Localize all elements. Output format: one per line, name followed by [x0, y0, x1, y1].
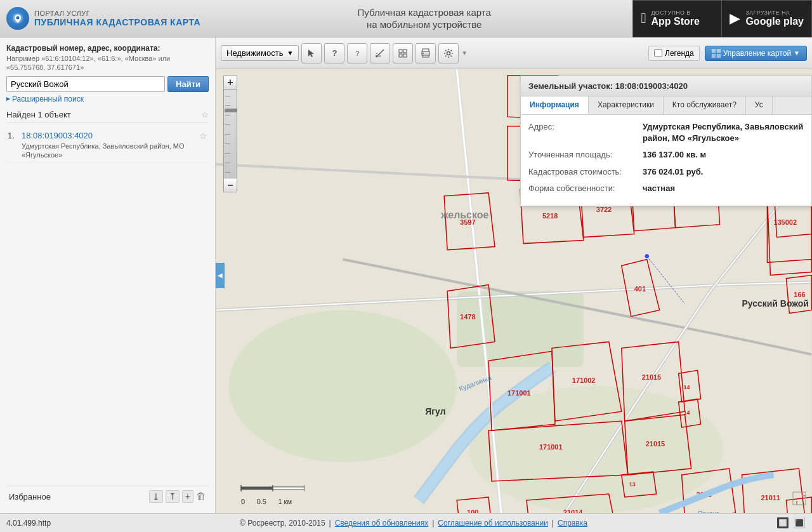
left-collapse-button[interactable]: ◀ [216, 263, 225, 288]
svg-text:21014: 21014 [563, 509, 583, 513]
svg-text:жельское: жельское [440, 209, 488, 220]
svg-text:14: 14 [684, 384, 690, 390]
legend-checkbox[interactable] [654, 49, 662, 57]
cost-label: Кадастровая стоимость: [528, 166, 643, 178]
settings-tool[interactable] [438, 43, 459, 63]
svg-text:401: 401 [634, 285, 646, 293]
search-row: Найти [6, 76, 209, 92]
favorites-export-icon[interactable]: ⤒ [166, 490, 180, 503]
appstore-text: Доступно в App Store [651, 10, 699, 27]
svg-text:21015: 21015 [646, 440, 665, 448]
help-link[interactable]: Справка [558, 519, 587, 528]
bottom-center: © Росреестр, 2010-2015 | Сведения об обн… [57, 519, 770, 528]
search-input[interactable] [6, 76, 165, 92]
popup-content: Адрес: Удмуртская Республика, Завьяловск… [521, 115, 811, 206]
result-address: Удмуртская Республика, Завьяловский райо… [22, 142, 195, 160]
map-corner-control[interactable] [792, 491, 807, 508]
svg-text:21015: 21015 [642, 373, 662, 381]
layer-dropdown[interactable]: Недвижимость ▼ [221, 45, 299, 61]
grid-tool[interactable] [393, 43, 413, 63]
advanced-search-link[interactable]: Расширенный поиск [6, 95, 209, 103]
tab-service[interactable]: Кто обслуживает? [664, 96, 746, 114]
svg-point-1 [16, 17, 20, 20]
svg-rect-18 [712, 54, 716, 58]
map-area[interactable]: Недвижимость ▼ ? ? [216, 37, 812, 513]
apple-icon:  [641, 10, 646, 27]
zoom-slider[interactable] [223, 90, 237, 178]
scale-labels: 0 0.5 1 км [228, 498, 304, 505]
info-tool-2[interactable]: ? [347, 43, 367, 63]
svg-text:3722: 3722 [596, 206, 612, 213]
zoom-out-button[interactable]: − [223, 178, 237, 192]
bottom-right: 🔲 🔳 [776, 517, 806, 529]
favorites-import-icon[interactable]: ⤓ [149, 490, 163, 503]
svg-point-21 [229, 310, 457, 462]
header-center: Публичная кадастровая карта на мобильном… [216, 6, 632, 31]
logo-bottom: ПУБЛИЧНАЯ КАДАСТРОВАЯ КАРТА [34, 17, 200, 27]
result-item[interactable]: 1. 18:08:019003:4020 Удмуртская Республи… [6, 128, 209, 163]
googleplay-badge[interactable]: ▶ Загрузите на Google play [721, 0, 812, 37]
legend-button[interactable]: Легенда [648, 46, 700, 61]
logo-text: ПОРТАЛ УСЛУГ ПУБЛИЧНАЯ КАДАСТРОВАЯ КАРТА [34, 10, 200, 27]
manage-map-button[interactable]: Управление картой ▼ [705, 46, 807, 61]
popup-tabs: Информация Характеристики Кто обслуживае… [521, 96, 811, 115]
address-label: Адрес: [528, 121, 643, 144]
social-icon-1[interactable]: 🔲 [776, 517, 789, 529]
agreement-link[interactable]: Соглашение об использовании [438, 519, 548, 528]
tab-extra[interactable]: Ус [746, 96, 773, 114]
copyright-text: © Росреестр, 2010-2015 [240, 519, 325, 528]
svg-rect-9 [399, 54, 402, 57]
tab-information[interactable]: Информация [521, 96, 589, 114]
toolbar-right: Легенда Управление картой ▼ [648, 46, 807, 61]
favorites-add-icon[interactable]: + [182, 490, 193, 503]
collapse-arrow-icon: ◀ [218, 272, 223, 279]
scale-label-half: 0.5 [257, 498, 266, 505]
version-text: 4.01.499.http [6, 519, 51, 528]
svg-text:166: 166 [794, 291, 805, 298]
bookmark-icon[interactable]: ☆ [201, 110, 209, 119]
svg-rect-10 [403, 54, 407, 57]
svg-text:171001: 171001 [508, 389, 531, 397]
favorites-label: Избранное [9, 492, 51, 502]
svg-text:135002: 135002 [773, 218, 797, 226]
svg-text:171001: 171001 [539, 443, 563, 451]
favorites-delete-icon[interactable]: 🗑 [196, 491, 206, 502]
logo-top: ПОРТАЛ УСЛУГ [34, 10, 200, 17]
svg-rect-8 [403, 50, 407, 53]
zoom-handle[interactable] [225, 109, 237, 112]
measure-tool[interactable] [370, 43, 390, 63]
social-icon-2[interactable]: 🔳 [793, 517, 806, 529]
svg-text:13: 13 [629, 481, 636, 488]
ownership-label: Форма собственности: [528, 183, 643, 194]
cursor-tool[interactable] [301, 43, 322, 63]
info-popup: Земельный участок: 18:08:019003:4020 Инф… [520, 76, 812, 206]
address-value: Удмуртская Республика, Завьяловский райо… [643, 121, 804, 144]
search-label: Кадастровый номер, адрес, координата: [6, 44, 209, 53]
updates-link[interactable]: Сведения об обновлениях [335, 519, 429, 528]
popup-row-ownership: Форма собственности: частная [528, 183, 804, 194]
svg-point-15 [447, 51, 450, 55]
print-tool[interactable] [416, 43, 436, 63]
area-label: Уточненная площадь: [528, 149, 643, 161]
popup-row-area: Уточненная площадь: 136 137.00 кв. м [528, 149, 804, 161]
pin-icon[interactable]: ☆ [199, 131, 207, 160]
results-header: Найден 1 объект ☆ [6, 110, 209, 123]
zoom-in-button[interactable]: + [223, 76, 237, 90]
svg-rect-96 [793, 492, 806, 505]
result-link[interactable]: 18:08:019003:4020 [22, 131, 93, 140]
results-list: 1. 18:08:019003:4020 Удмуртская Республи… [6, 128, 209, 486]
svg-text:21011: 21011 [761, 494, 780, 502]
result-content: 18:08:019003:4020 Удмуртская Республика,… [22, 131, 195, 160]
svg-text:1478: 1478 [460, 313, 475, 321]
info-tool-1[interactable]: ? [324, 43, 344, 63]
googleplay-text: Загрузите на Google play [745, 10, 804, 27]
logo-icon [6, 7, 29, 30]
appstore-badge[interactable]:  Доступно в App Store [632, 0, 721, 37]
tab-characteristics[interactable]: Характеристики [589, 96, 664, 114]
svg-point-14 [422, 53, 424, 54]
result-number: 1. [8, 131, 18, 160]
scale-label-1km: 1 км [278, 498, 292, 505]
map-toolbar: Недвижимость ▼ ? ? [216, 37, 812, 69]
search-button[interactable]: Найти [167, 76, 209, 92]
bottom-bar: 4.01.499.http © Росреестр, 2010-2015 | С… [0, 513, 812, 532]
